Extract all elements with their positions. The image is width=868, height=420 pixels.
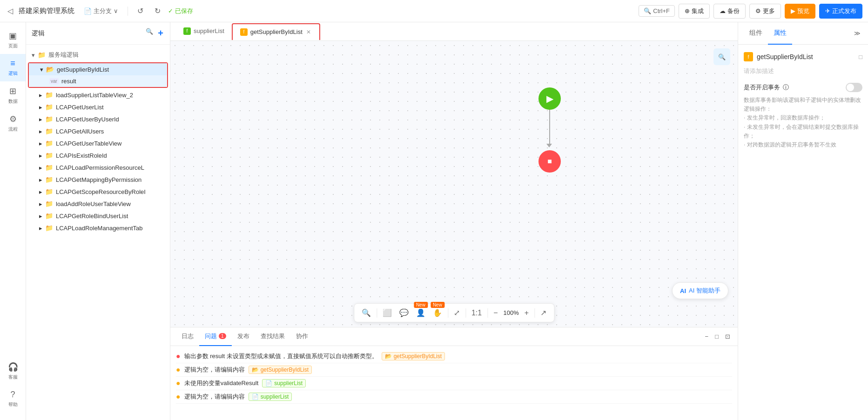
tree-item-getSupplierByIdList[interactable]: ▾ 📂 getSupplierByIdList — [29, 63, 167, 75]
log-text: 逻辑为空，请编辑内容 — [184, 393, 245, 401]
tree-item-LCAPIsExistRoleId[interactable]: ▸ 📁 LCAPIsExistRoleId — [26, 149, 170, 161]
chevron-right-icon: ▸ — [39, 92, 42, 99]
log-link-4[interactable]: 📄 supplierList — [249, 393, 292, 401]
selected-item-box: ▾ 📂 getSupplierByIdList var result — [28, 62, 168, 88]
toolbar-zoom-out-button[interactable]: − — [491, 307, 499, 319]
toolbar-zoom-in-button[interactable]: + — [523, 307, 531, 319]
tab-getSupplierByIdList[interactable]: f getSupplierByIdList ✕ — [232, 23, 320, 40]
publish-button[interactable]: ✈ 正式发布 — [819, 4, 862, 19]
integrate-label: 集成 — [692, 7, 704, 15]
add-icon[interactable]: + — [157, 27, 164, 40]
copy-icon[interactable]: □ — [859, 53, 862, 60]
right-tab-components[interactable]: 组件 — [744, 22, 768, 45]
log-link-2[interactable]: 📂 getSupplierByIdList — [249, 366, 312, 374]
fit-icon: ↗ — [540, 309, 546, 317]
bottom-tab-publish[interactable]: 发布 — [232, 327, 255, 346]
start-node[interactable]: ▶ — [538, 87, 561, 110]
chevron-down-icon: ∨ — [114, 7, 118, 14]
tree-item-LCAPGetUserTableView[interactable]: ▸ 📁 LCAPGetUserTableView — [26, 137, 170, 149]
sidebar-item-data[interactable]: ⊞ 数据 — [0, 81, 26, 109]
tree-item-LCAPGetUserByUserId[interactable]: ▸ 📁 LCAPGetUserByUserId — [26, 113, 170, 125]
toolbar-cursor-button[interactable]: New 👤 — [414, 307, 427, 319]
folder-icon: 📁 — [45, 91, 53, 99]
bottom-minimize-button[interactable]: − — [703, 331, 711, 342]
canvas-toolbar: 🔍 ⬜ 💬 New 👤 New ✋ ⤢ — [354, 303, 554, 322]
tree-item-loadAddRoleUserTableView[interactable]: ▸ 📁 loadAddRoleUserTableView — [26, 198, 170, 210]
tree-sub-item-label: result — [61, 78, 76, 85]
right-tab-properties[interactable]: 属性 — [768, 22, 792, 45]
toolbar-hand-button[interactable]: New ✋ — [431, 307, 444, 319]
bottom-tab-problems[interactable]: 问题 1 — [199, 327, 232, 346]
publish-icon: ✈ — [825, 7, 830, 14]
toolbar-ratio-button[interactable]: 1:1 — [470, 307, 484, 319]
tag-label: supplierList — [274, 380, 303, 387]
ai-assistant-button[interactable]: AI AI 智能助手 — [672, 282, 728, 299]
toolbar-comment-button[interactable]: 💬 — [397, 307, 410, 319]
log-item-4: ● 逻辑为空，请编辑内容 📄 supplierList — [176, 390, 732, 404]
tag-icon: 📄 — [265, 380, 272, 387]
toolbar-search-button[interactable]: 🔍 — [360, 307, 373, 319]
tree-item-label: LCAPGetUserList — [56, 104, 104, 111]
backup-button[interactable]: ☁ 备份 — [713, 4, 746, 19]
tree-item-LCAPGetRoleBindUserList[interactable]: ▸ 📁 LCAPGetRoleBindUserList — [26, 210, 170, 222]
tab-label: 查找结果 — [261, 332, 285, 340]
tree-item-LCAPGetScopeResourceByRoleI[interactable]: ▸ 📁 LCAPGetScopeResourceByRoleI — [26, 186, 170, 198]
branch-selector[interactable]: 📄 主分支 ∨ — [80, 5, 122, 17]
divider — [377, 308, 377, 318]
arrow-down — [546, 144, 552, 147]
content-area: f supplierList f getSupplierByIdList ✕ ▶ — [170, 22, 738, 420]
tree-item-LCAPLoadPermissionResourceL[interactable]: ▸ 📁 LCAPLoadPermissionResourceL — [26, 161, 170, 173]
folder-icon: 📁 — [45, 164, 53, 171]
sidebar-item-help[interactable]: ? 帮助 — [8, 385, 18, 413]
bottom-tab-collab[interactable]: 协作 — [290, 327, 314, 346]
integrate-button[interactable]: ⊕ 集成 — [679, 4, 710, 19]
cursor-new-badge: New — [414, 302, 428, 308]
tree-item-loadSupplierListTableView[interactable]: ▸ 📁 loadSupplierListTableView_2 — [26, 89, 170, 101]
chevron-down-icon: ▾ — [40, 66, 43, 73]
tree-item-label: LCAPLoadPermissionResourceL — [56, 164, 144, 171]
toolbar-expand-button[interactable]: ⤢ — [452, 307, 462, 319]
sidebar-item-service[interactable]: 🎧 客服 — [8, 357, 18, 385]
right-desc-placeholder[interactable]: 请添加描述 — [744, 67, 862, 75]
tab-close-button[interactable]: ✕ — [305, 28, 312, 36]
branch-icon: 📄 — [84, 7, 92, 15]
toolbar-frame-button[interactable]: ⬜ — [381, 307, 394, 319]
sidebar-item-logic[interactable]: ≡ 逻辑 — [0, 54, 26, 81]
tree-sub-item-result[interactable]: var result — [29, 75, 167, 87]
tree-item-LCAPGetUserList[interactable]: ▸ 📁 LCAPGetUserList — [26, 101, 170, 113]
folder-icon: 📁 — [45, 115, 53, 123]
tree-item-LCAPGetMappingByPermission[interactable]: ▸ 📁 LCAPGetMappingByPermission — [26, 173, 170, 186]
toolbar-fit-button[interactable]: ↗ — [538, 307, 548, 319]
end-node[interactable]: ■ — [538, 150, 561, 173]
search-icon[interactable]: 🔍 — [145, 27, 154, 40]
warn-icon: ● — [176, 366, 181, 374]
sidebar-item-page[interactable]: ▣ 页面 — [0, 26, 26, 54]
back-button[interactable]: ◁ — [6, 5, 15, 17]
log-item-1: ● 输出参数 result 未设置类型或未赋值，直接赋值系统可以自动推断类型。 … — [176, 350, 732, 363]
tab-supplierList[interactable]: f supplierList — [176, 22, 232, 41]
tag-icon: 📄 — [252, 393, 259, 400]
tree-item-label: getSupplierByIdList — [57, 66, 109, 73]
page-icon: ▣ — [9, 31, 17, 41]
undo-button[interactable]: ↺ — [134, 5, 147, 17]
tree-item-LCAPLoadRoleManagementTab[interactable]: ▸ 📁 LCAPLoadRoleManagementTab — [26, 222, 170, 234]
divider — [534, 308, 535, 318]
bottom-maximize-button[interactable]: ⊡ — [723, 331, 732, 342]
tree-group-label[interactable]: ▾ 📁 服务端逻辑 — [26, 48, 170, 61]
preview-button[interactable]: ▶ 预览 — [785, 4, 815, 19]
tab-icon-orange: f — [240, 28, 248, 36]
bottom-restore-button[interactable]: □ — [713, 331, 720, 342]
bottom-tab-find[interactable]: 查找结果 — [255, 327, 290, 346]
log-link-1[interactable]: 📂 getSupplierByIdList — [382, 352, 445, 360]
redo-button[interactable]: ↻ — [151, 5, 164, 17]
sidebar-item-flow[interactable]: ⚙ 流程 — [0, 109, 26, 137]
search-button[interactable]: 🔍 Ctrl+F — [639, 5, 675, 17]
tree-item-LCAPGetAllUsers[interactable]: ▸ 📁 LCAPGetAllUsers — [26, 125, 170, 137]
canvas-area[interactable]: ▶ ■ 🔍 AI AI 智能助手 — [170, 41, 738, 327]
more-button[interactable]: ⚙ 更多 — [749, 4, 781, 19]
transaction-toggle[interactable] — [846, 83, 862, 92]
log-link-3[interactable]: 📄 supplierList — [262, 379, 306, 387]
right-side-button[interactable]: 🔍 — [713, 48, 730, 65]
bottom-tab-log[interactable]: 日志 — [176, 327, 199, 346]
right-panel-collapse-button[interactable]: ≫ — [852, 28, 862, 39]
